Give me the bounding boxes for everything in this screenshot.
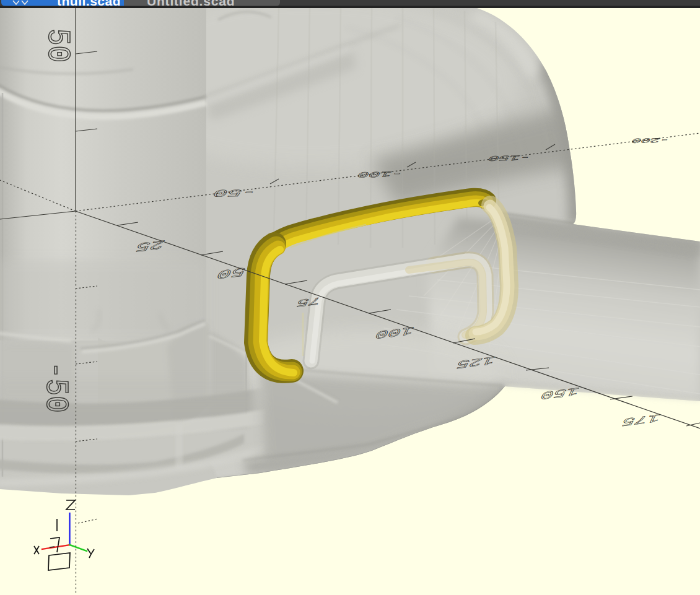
- svg-text:-150: -150: [486, 153, 533, 162]
- svg-text:Untitled.scad: Untitled.scad: [147, 0, 235, 8]
- svg-text:-100: -100: [356, 169, 406, 179]
- svg-text:-200: -200: [630, 136, 672, 144]
- svg-text:-50: -50: [211, 186, 260, 198]
- svg-text:-50: -50: [37, 362, 74, 413]
- svg-text:thull.scad: thull.scad: [57, 0, 121, 8]
- svg-text:50: 50: [39, 28, 76, 63]
